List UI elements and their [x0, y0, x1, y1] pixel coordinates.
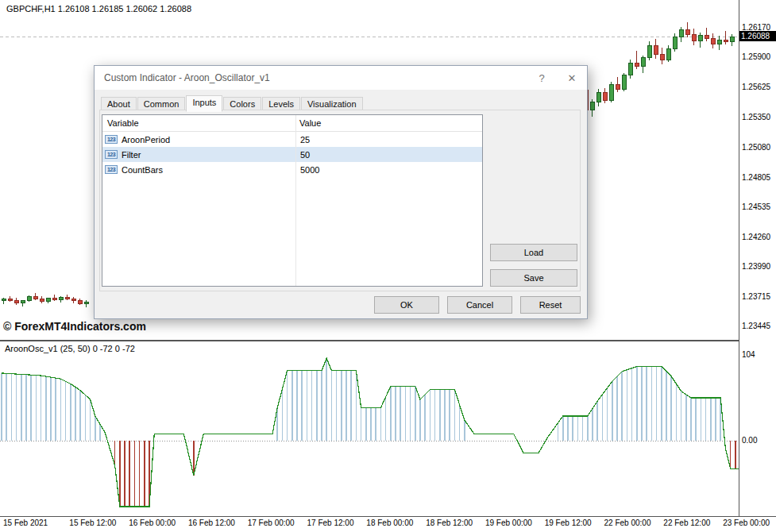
time-axis-label: 19 Feb 12:00	[545, 519, 592, 527]
help-icon[interactable]: ?	[527, 72, 557, 84]
numeric-param-icon: 123	[105, 165, 118, 174]
param-value[interactable]: 50	[295, 150, 310, 160]
tab-inputs[interactable]: Inputs	[186, 95, 222, 112]
price-axis-label: 1.23715	[742, 292, 770, 301]
mt4-chart-window: GBPCHF,H1 1.26108 1.26185 1.26062 1.2608…	[0, 0, 776, 532]
price-axis-label: 1.24535	[742, 202, 770, 211]
time-axis-label: 15 Feb 12:00	[69, 519, 116, 527]
price-axis-label: 1.23445	[742, 322, 770, 330]
indicator-label: AroonOsc_v1 (25, 50) 0 -72 0 -72	[5, 344, 135, 353]
price-axis-label: 1.25080	[742, 143, 770, 152]
load-button[interactable]: Load	[490, 244, 577, 261]
time-axis: 15 Feb 202115 Feb 12:0016 Feb 00:0016 Fe…	[0, 519, 776, 531]
indicator-panel: AroonOsc_v1 (25, 50) 0 -72 0 -72	[0, 341, 739, 516]
axis-divider	[739, 0, 739, 516]
time-axis-label: 18 Feb 00:00	[366, 519, 413, 527]
time-axis-divider	[0, 516, 776, 517]
column-header-variable: Variable	[102, 118, 295, 128]
dialog-titlebar[interactable]: Custom Indicator - Aroon_Oscillator_v1 ?…	[95, 66, 587, 90]
param-name-cell: 123Filter	[102, 150, 295, 160]
time-axis-label: 15 Feb 2021	[3, 519, 48, 527]
param-name: CountBars	[122, 165, 163, 175]
dialog-title: Custom Indicator - Aroon_Oscillator_v1	[95, 72, 527, 83]
param-name: AroonPeriod	[122, 135, 170, 145]
indicator-axis-label: 104	[742, 350, 755, 359]
price-axis: 1.261701.259001.256251.253501.250801.248…	[740, 0, 776, 340]
time-axis-label: 16 Feb 12:00	[188, 519, 235, 527]
param-row-countbars[interactable]: 123CountBars5000	[102, 162, 482, 177]
reset-button[interactable]: Reset	[520, 296, 581, 314]
numeric-param-icon: 123	[105, 135, 118, 144]
close-icon[interactable]: ✕	[557, 72, 587, 84]
watermark: © ForexMT4Indicators.com	[3, 320, 146, 333]
inputs-parameter-table: Variable Value 123AroonPeriod25123Filter…	[102, 114, 483, 287]
ok-button[interactable]: OK	[374, 296, 439, 314]
dialog-tab-strip: AboutCommonInputsColorsLevelsVisualizati…	[101, 95, 364, 110]
indicator-canvas[interactable]	[0, 341, 739, 516]
price-axis-label: 1.25350	[742, 113, 770, 121]
table-header-row: Variable Value	[102, 115, 482, 132]
numeric-param-icon: 123	[105, 150, 118, 159]
time-axis-label: 22 Feb 12:00	[663, 519, 710, 527]
price-axis-label: 1.23990	[742, 262, 770, 271]
param-name: Filter	[122, 150, 141, 160]
price-axis-label: 1.24805	[742, 173, 770, 182]
time-axis-label: 22 Feb 00:00	[604, 519, 651, 527]
current-price-tag: 1.26088	[739, 31, 776, 41]
param-row-filter[interactable]: 123Filter50	[102, 147, 482, 162]
param-row-aroonperiod[interactable]: 123AroonPeriod25	[102, 132, 482, 147]
indicator-axis-label: 0.00	[742, 436, 757, 445]
cancel-button[interactable]: Cancel	[447, 296, 512, 314]
param-name-cell: 123CountBars	[102, 165, 295, 175]
time-axis-label: 18 Feb 12:00	[426, 519, 473, 527]
time-axis-label: 16 Feb 00:00	[129, 519, 176, 527]
save-button[interactable]: Save	[490, 269, 577, 287]
column-header-value: Value	[295, 118, 321, 128]
chart-symbol-header: GBPCHF,H1 1.26108 1.26185 1.26062 1.2608…	[6, 4, 191, 13]
param-value[interactable]: 25	[295, 135, 310, 145]
column-divider	[295, 115, 296, 286]
time-axis-label: 17 Feb 12:00	[307, 519, 354, 527]
time-axis-label: 19 Feb 00:00	[485, 519, 532, 527]
price-axis-label: 1.24260	[742, 233, 770, 241]
indicator-axis: 1040.00	[740, 341, 776, 516]
param-value[interactable]: 5000	[295, 165, 319, 175]
time-axis-label: 17 Feb 00:00	[248, 519, 295, 527]
price-axis-label: 1.25625	[742, 83, 770, 91]
custom-indicator-dialog: Custom Indicator - Aroon_Oscillator_v1 ?…	[94, 65, 588, 319]
price-axis-label: 1.25900	[742, 52, 770, 61]
param-name-cell: 123AroonPeriod	[102, 135, 295, 145]
time-axis-label: 23 Feb 00:00	[723, 519, 770, 527]
